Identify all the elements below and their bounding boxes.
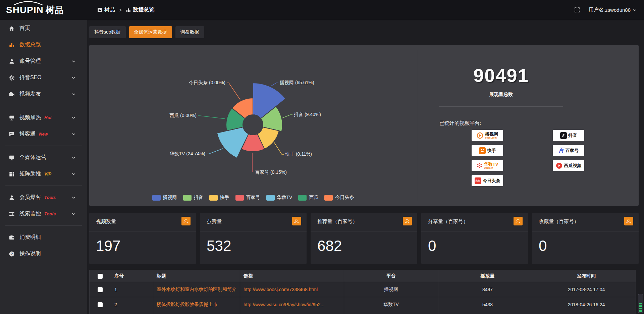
cell-platform: 播视网 bbox=[344, 282, 438, 297]
legend-label: 华数TV bbox=[277, 195, 292, 201]
platform-sub: wasu.cn bbox=[484, 167, 493, 169]
cell-link[interactable]: http://www.wasu.cn/Play/show/id/952... bbox=[240, 297, 344, 312]
cell-plays: 5438 bbox=[438, 297, 537, 312]
username-value[interactable]: zswodun88 bbox=[605, 7, 631, 13]
chevron-down-icon[interactable] bbox=[633, 8, 637, 12]
sidebar-item-视频加热[interactable]: 视频加热Hot bbox=[0, 109, 87, 126]
table-row-partial bbox=[90, 312, 636, 314]
select-all-header bbox=[90, 270, 111, 282]
row-checkbox[interactable] bbox=[98, 287, 103, 292]
sidebar-item-线索监控[interactable]: 线索监控Tools bbox=[0, 206, 87, 222]
sidebar-item-数据总览[interactable]: 数据总览 bbox=[0, 37, 87, 53]
breadcrumb-current: 数据总览 bbox=[133, 6, 154, 13]
sidebar-item-消费明细[interactable]: 消费明细 bbox=[0, 229, 87, 246]
sidebar-item-会员爆客[interactable]: 会员爆客Tools bbox=[0, 189, 87, 206]
sidebar-item-label: 首页 bbox=[19, 25, 30, 32]
table-header-播放量: 播放量 bbox=[438, 270, 537, 282]
legend-item-百家号[interactable]: 百家号 bbox=[235, 195, 260, 201]
table-header-序号: 序号 bbox=[111, 270, 153, 282]
sidebar-item-首页[interactable]: 首页 bbox=[0, 20, 87, 37]
platform-name: 百家号 bbox=[566, 148, 579, 153]
pie-slice-华数TV[interactable] bbox=[217, 127, 249, 158]
sidebar-item-账号管理[interactable]: 账号管理 bbox=[0, 53, 87, 69]
legend-swatch bbox=[235, 195, 244, 201]
breadcrumb-root[interactable]: 树品 bbox=[104, 6, 115, 13]
heat-icon bbox=[9, 115, 15, 121]
xigua-logo-icon bbox=[556, 162, 562, 169]
baijia-logo-icon: 百 bbox=[558, 147, 564, 154]
cell-title[interactable]: 楼体投影灯投影效果震撼上市 bbox=[153, 297, 240, 312]
platform-badge-播视网: 播视网boosj.com bbox=[472, 130, 503, 141]
fullscreen-icon[interactable] bbox=[574, 7, 580, 13]
chevron-down-icon bbox=[71, 75, 76, 80]
douyin-logo-icon bbox=[560, 132, 567, 139]
chevron-down-icon bbox=[71, 155, 76, 160]
logo-text-en: SHUPIN bbox=[6, 5, 44, 15]
legend-item-抖音[interactable]: 抖音 bbox=[183, 195, 203, 201]
svg-text:?: ? bbox=[11, 252, 13, 256]
sidebar-divider bbox=[5, 186, 82, 186]
sidebar-item-label: 账号管理 bbox=[19, 58, 41, 65]
legend-swatch bbox=[183, 195, 192, 201]
legend-item-西瓜[interactable]: 西瓜 bbox=[298, 195, 318, 201]
cell-title[interactable]: 室外水纹灯和室内水纹灯的区别和简介 bbox=[153, 282, 240, 297]
pie-label-line bbox=[198, 116, 225, 119]
platform-name: 抖音 bbox=[569, 133, 577, 138]
sidebar-item-抖音SEO[interactable]: 抖音SEO bbox=[0, 69, 87, 86]
chat-icon bbox=[9, 131, 15, 137]
sidebar-item-视频发布[interactable]: 视频发布 bbox=[0, 86, 87, 102]
card-title: 收藏量（百家号） bbox=[539, 218, 579, 225]
overview-panel: 播视网 (65.61%)抖音 (9.40%)快手 (0.11%)百家号 (0.1… bbox=[89, 45, 639, 206]
legend-item-播视网[interactable]: 播视网 bbox=[152, 195, 177, 201]
legend-item-华数TV[interactable]: 华数TV bbox=[266, 195, 292, 201]
camera-icon bbox=[9, 91, 15, 97]
platform-name: 今日头条 bbox=[483, 178, 500, 183]
card-title: 视频数量 bbox=[96, 218, 116, 225]
sidebar-item-label: 视频发布 bbox=[19, 91, 41, 98]
app-logo[interactable]: SHUPIN 树品 bbox=[0, 0, 87, 20]
pie-label: 华数TV (24.74%) bbox=[169, 151, 205, 156]
video-table-wrap: 序号标题链接平台播放量发布时间 1室外水纹灯和室内水纹灯的区别和简介http:/… bbox=[89, 270, 639, 314]
sidebar-item-全媒体运营[interactable]: 全媒体运营 bbox=[0, 149, 87, 166]
user-area: 用户名: zswodun88 bbox=[574, 7, 637, 13]
boosj-logo-icon bbox=[477, 132, 483, 139]
tab-抖音seo数据[interactable]: 抖音seo数据 bbox=[89, 26, 126, 38]
legend-label: 西瓜 bbox=[309, 195, 318, 201]
legend-label: 播视网 bbox=[163, 195, 177, 201]
table-header-链接: 链接 bbox=[240, 270, 344, 282]
chevron-down-icon bbox=[71, 212, 76, 216]
card-title: 点赞量 bbox=[207, 218, 222, 225]
tab-询盘数据[interactable]: 询盘数据 bbox=[175, 26, 204, 38]
sidebar-item-操作说明[interactable]: ?操作说明 bbox=[0, 246, 87, 262]
platform-name: 播视网 bbox=[485, 132, 498, 137]
row-select-cell bbox=[90, 297, 111, 312]
chevron-down-icon bbox=[71, 195, 76, 200]
pie-label-line bbox=[207, 149, 223, 154]
legend-item-今日头条[interactable]: 今日头条 bbox=[324, 195, 354, 201]
legend-swatch bbox=[266, 195, 275, 201]
scroll-widget[interactable] bbox=[638, 294, 643, 313]
card-value: 682 bbox=[317, 238, 342, 254]
sidebar-item-抖客通[interactable]: 抖客通New bbox=[0, 126, 87, 142]
table-row: 1室外水纹灯和室内水纹灯的区别和简介http://www.boosj.com/7… bbox=[90, 282, 636, 297]
card-value: 0 bbox=[539, 238, 547, 254]
row-checkbox[interactable] bbox=[98, 302, 103, 307]
stat-card-分享量（百家号）: 分享量（百家号）总0 bbox=[421, 213, 528, 264]
tab-全媒体运营数据[interactable]: 全媒体运营数据 bbox=[129, 26, 172, 38]
pie-label-line bbox=[282, 115, 292, 118]
cell-plays: 8497 bbox=[438, 282, 537, 297]
cell-time: 2018-04-26 16:24 bbox=[537, 297, 636, 312]
sidebar-item-矩阵助推[interactable]: 矩阵助推VIP bbox=[0, 166, 87, 182]
select-all-checkbox[interactable] bbox=[98, 274, 103, 279]
user-icon bbox=[9, 195, 15, 201]
sidebar: 首页数据总览账号管理抖音SEO视频发布视频加热Hot抖客通New全媒体运营矩阵助… bbox=[0, 20, 87, 314]
cell-link[interactable]: http://www.boosj.com/7338468.html bbox=[240, 282, 344, 297]
sliders-icon bbox=[9, 211, 15, 217]
platforms-label: 已统计的视频平台: bbox=[439, 120, 639, 126]
platform-sub: boosj.com bbox=[485, 137, 497, 139]
total-badge: 总 bbox=[403, 217, 412, 225]
legend-label: 百家号 bbox=[246, 195, 260, 201]
breadcrumb-separator: > bbox=[119, 7, 122, 13]
summary-divider bbox=[439, 106, 563, 107]
legend-item-快手[interactable]: 快手 bbox=[209, 195, 229, 201]
